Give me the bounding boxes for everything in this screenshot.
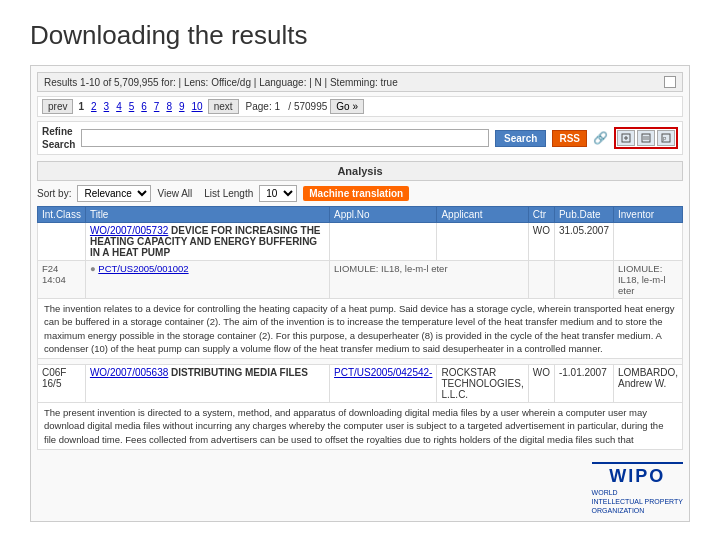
row2-pubdate: -1.01.2007 [554,365,613,403]
row1-title: WO/2007/005732 DEVICE FOR INCREASING THE… [85,223,329,261]
row1-sub-applicant: LIOMULE: IL18, le-m-l eter [330,261,529,299]
refine-search-bar: Refine Search Search RSS 🔗 P [37,121,683,155]
page-title: Downloading the results [30,20,690,51]
svg-text:P: P [663,136,667,142]
page-6-link[interactable]: 6 [139,101,149,112]
view-all-label: View All [157,188,192,199]
wipo-footer: WIPO WORLD INTELLECTUAL PROPERTY ORGANIZ… [37,454,683,515]
refine-label: Refine Search [42,125,75,151]
list-length-label: List Length [204,188,253,199]
sort-bar: Sort by: Relevance Date View All List Le… [37,185,683,202]
col-header-applno: Appl.No [330,207,437,223]
row1-inventor [613,223,682,261]
patent-title-2: DISTRIBUTING MEDIA FILES [171,367,308,378]
row1-pubdate: 31.05.2007 [554,223,613,261]
page-info: Page: 1 / 570995 [246,101,328,112]
share-icon: 🔗 [593,131,608,145]
table-abstract-row: The invention relates to a device for co… [38,299,683,359]
row1-ctr: WO [528,223,554,261]
page-10-link[interactable]: 10 [190,101,205,112]
rss-button[interactable]: RSS [552,130,587,147]
row1-intclass [38,223,86,261]
row1-applicant [437,223,528,261]
table-subrow: F24 14:04 ● PCT/US2005/001002 LIOMULE: I… [38,261,683,299]
row1-sub-ctr [528,261,554,299]
table-abstract-row-2: The present invention is directed to a s… [38,403,683,450]
patent-id-1[interactable]: WO/2007/005732 [90,225,168,236]
page-9-link[interactable]: 9 [177,101,187,112]
page-3-link[interactable]: 3 [102,101,112,112]
pagination-bar: prev 1 2 3 4 5 6 7 8 9 10 next Page: 1 /… [37,96,683,117]
page-8-link[interactable]: 8 [164,101,174,112]
table-row: C06F 16/5 WO/2007/005638 DISTRIBUTING ME… [38,365,683,403]
row2-abstract: The present invention is directed to a s… [38,403,683,450]
go-button[interactable]: Go » [330,99,364,114]
row1-sub-pubdate [554,261,613,299]
row1-pct-link[interactable]: PCT/US2005/001002 [98,263,188,274]
row2-inventor: LOMBARDO, Andrew W. [613,365,682,403]
wipo-logo: WIPO WORLD INTELLECTUAL PROPERTY ORGANIZ… [592,462,683,515]
col-header-ctr: Ctr [528,207,554,223]
search-button[interactable]: Search [495,130,546,147]
results-info-bar: Results 1-10 of 5,709,955 for: | Lens: O… [37,72,683,92]
col-header-title: Title [85,207,329,223]
analysis-header: Analysis [37,161,683,181]
search-results-container: Results 1-10 of 5,709,955 for: | Lens: O… [30,65,690,522]
row1-sub-inventor: LIOMULE: IL18, le-m-l eter [613,261,682,299]
page-5-link[interactable]: 5 [127,101,137,112]
select-all-checkbox[interactable] [664,76,676,88]
export-button-2[interactable] [637,130,655,146]
row1-applno [330,223,437,261]
sort-select[interactable]: Relevance Date [77,185,151,202]
sort-by-label: Sort by: [37,188,71,199]
row1-sub-appl: ● PCT/US2005/001002 [85,261,329,299]
wipo-logo-text: WIPO [609,466,665,486]
row1-sub-intclass: F24 14:04 [38,261,86,299]
export-button-1[interactable] [617,130,635,146]
page-7-link[interactable]: 7 [152,101,162,112]
prev-button[interactable]: prev [42,99,73,114]
list-length-select[interactable]: 10 25 50 [259,185,297,202]
patent-id-2[interactable]: WO/2007/005638 [90,367,168,378]
page-4-link[interactable]: 4 [114,101,124,112]
page-1-current: 1 [76,101,86,112]
col-header-intclass: Int.Class [38,207,86,223]
col-header-applicant: Applicant [437,207,528,223]
machine-translation-badge: Machine translation [303,186,409,201]
export-button-3[interactable]: P [657,130,675,146]
next-button[interactable]: next [208,99,239,114]
col-header-inventor: Inventor [613,207,682,223]
table-header-row: Int.Class Title Appl.No Applicant Ctr Pu… [38,207,683,223]
row2-title: WO/2007/005638 DISTRIBUTING MEDIA FILES [85,365,329,403]
wipo-sub-text: WORLD INTELLECTUAL PROPERTY ORGANIZATION [592,488,683,515]
wipo-divider [592,462,683,464]
svg-rect-3 [642,134,650,142]
col-header-pubdate: Pub.Date [554,207,613,223]
page-wrapper: Downloading the results Results 1-10 of … [0,0,720,540]
row2-ctr: WO [528,365,554,403]
page-2-link[interactable]: 2 [89,101,99,112]
row2-applno: PCT/US2005/042542- [330,365,437,403]
table-row: WO/2007/005732 DEVICE FOR INCREASING THE… [38,223,683,261]
results-table: Int.Class Title Appl.No Applicant Ctr Pu… [37,206,683,450]
row1-abstract: The invention relates to a device for co… [38,299,683,359]
row2-applicant: ROCKSTAR TECHNOLOGIES, L.L.C. [437,365,528,403]
row2-intclass: C06F 16/5 [38,365,86,403]
results-info-text: Results 1-10 of 5,709,955 for: | Lens: O… [44,77,660,88]
refine-search-input[interactable] [81,129,489,147]
export-buttons-group: P [614,127,678,149]
